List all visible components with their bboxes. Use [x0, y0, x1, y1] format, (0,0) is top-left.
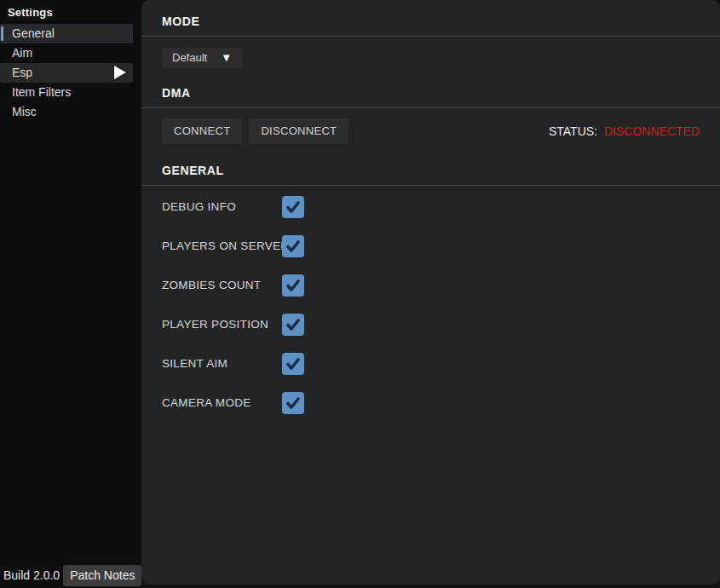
sidebar-item-general[interactable]: General	[0, 24, 133, 43]
option-label: ZOMBIES COUNT	[162, 279, 261, 291]
general-section-header: GENERAL	[141, 164, 720, 177]
check-icon	[285, 277, 302, 294]
option-row-camera-mode: CAMERA MODE	[162, 392, 720, 414]
sidebar-item-esp[interactable]: Esp	[0, 63, 133, 83]
check-icon	[285, 395, 302, 412]
sidebar-item-misc[interactable]: Misc	[0, 102, 133, 122]
option-row-zombies-count: ZOMBIES COUNT	[162, 274, 720, 297]
sidebar-footer: Build 2.0.0 Patch Notes	[0, 562, 141, 588]
sidebar: Settings General Aim Esp Item Filters Mi…	[0, 0, 141, 588]
option-row-silent-aim: SILENT AIM	[162, 353, 720, 375]
check-icon	[285, 199, 302, 216]
sidebar-item-aim[interactable]: Aim	[0, 43, 133, 63]
build-version-label: Build 2.0.0	[3, 568, 60, 582]
sidebar-item-label: Item Filters	[12, 85, 71, 99]
mode-dropdown-value: Default	[172, 51, 207, 64]
debug-info-checkbox[interactable]	[282, 196, 304, 218]
patch-notes-button[interactable]: Patch Notes	[63, 565, 141, 586]
option-row-players-on-server: PLAYERS ON SERVER	[162, 235, 720, 257]
option-label: DEBUG INFO	[162, 200, 236, 213]
sidebar-item-label: Esp	[12, 66, 32, 79]
sidebar-item-label: General	[12, 26, 55, 40]
dma-section-header: DMA	[141, 86, 720, 100]
dma-status: STATUS: DISCONNECTED	[549, 124, 700, 138]
check-icon	[285, 316, 302, 333]
zombies-count-checkbox[interactable]	[282, 274, 304, 297]
connect-button[interactable]: CONNECT	[162, 118, 242, 144]
option-row-player-position: PLAYER POSITION	[162, 314, 720, 336]
sidebar-item-item-filters[interactable]: Item Filters	[0, 83, 133, 102]
mode-dropdown[interactable]: Default ▼	[162, 48, 242, 68]
option-row-debug-info: DEBUG INFO	[162, 196, 720, 218]
check-icon	[285, 355, 302, 372]
status-label: STATUS:	[549, 124, 597, 138]
dma-controls-row: CONNECT DISCONNECT STATUS: DISCONNECTED	[141, 118, 720, 144]
player-position-checkbox[interactable]	[282, 314, 304, 336]
chevron-down-icon: ▼	[221, 52, 232, 63]
disconnect-button[interactable]: DISCONNECT	[249, 118, 348, 144]
general-options-list: DEBUG INFO PLAYERS ON SERVER ZOMBIES COU…	[162, 196, 720, 414]
sidebar-title: Settings	[0, 0, 141, 24]
status-value: DISCONNECTED	[604, 124, 700, 138]
mode-section-header: MODE	[141, 0, 720, 28]
section-divider	[141, 107, 720, 108]
sidebar-item-label: Misc	[12, 105, 37, 118]
sidebar-item-label: Aim	[12, 46, 32, 60]
sidebar-nav: General Aim Esp Item Filters Misc	[0, 24, 141, 122]
silent-aim-checkbox[interactable]	[282, 353, 304, 375]
section-divider	[141, 185, 720, 186]
option-label: SILENT AIM	[162, 357, 228, 370]
main-panel: MODE Default ▼ DMA CONNECT DISCONNECT ST…	[141, 0, 720, 585]
players-on-server-checkbox[interactable]	[282, 235, 304, 257]
section-divider	[141, 36, 720, 37]
check-icon	[285, 238, 302, 255]
option-label: CAMERA MODE	[162, 396, 251, 409]
option-label: PLAYERS ON SERVER	[162, 239, 289, 252]
pointer-arrow-icon	[114, 66, 126, 79]
option-label: PLAYER POSITION	[162, 318, 268, 331]
camera-mode-checkbox[interactable]	[282, 392, 304, 414]
